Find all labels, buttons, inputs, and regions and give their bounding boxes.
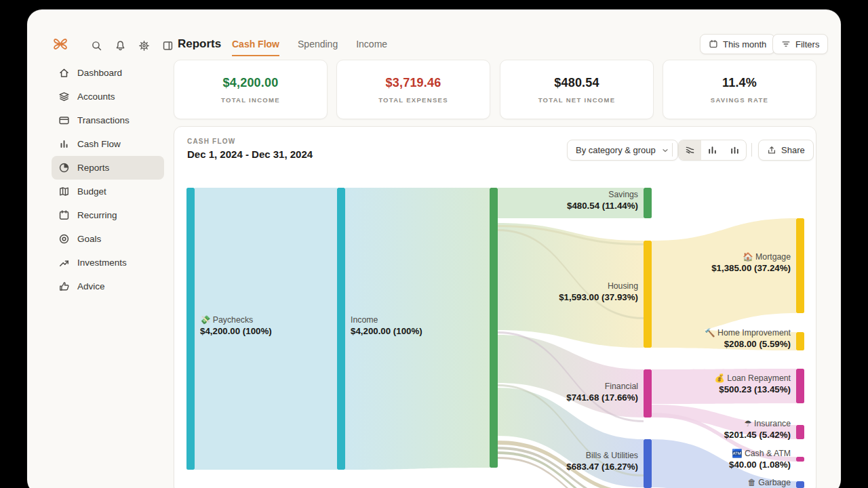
card-label: TOTAL EXPENSES <box>378 96 448 104</box>
sankey-flow-income_split-housing[interactable] <box>498 223 644 348</box>
chart-view-switcher <box>678 140 747 161</box>
sidebar-item-label: Investments <box>77 258 127 268</box>
sankey-node-garbage[interactable] <box>796 481 804 488</box>
search-button[interactable] <box>88 37 104 54</box>
filter-icon <box>781 39 791 49</box>
sidebar-item-cashflow[interactable]: Cash Flow <box>52 132 164 156</box>
sidebar-item-label: Recurring <box>77 210 117 220</box>
map-icon <box>58 186 70 197</box>
filters-label: Filters <box>795 39 819 49</box>
butterfly-logo-icon <box>52 35 69 53</box>
sidebar-item-label: Goals <box>77 234 101 244</box>
sankey-flow-housing-home_improvement[interactable] <box>652 329 796 350</box>
report-tabs: Cash Flow Spending Income <box>232 39 387 56</box>
trending-up-icon <box>58 257 70 268</box>
sidebar-item-dashboard[interactable]: Dashboard <box>52 61 164 85</box>
app-logo[interactable] <box>52 35 69 56</box>
app-screenshot: Dashboard Accounts Transactions Cash Flo… <box>0 0 868 488</box>
bar-chart-view-icon <box>707 145 717 155</box>
panel-date-range: Dec 1, 2024 - Dec 31, 2024 <box>187 148 313 160</box>
card-total-income: $4,200.00 TOTAL INCOME <box>174 60 328 119</box>
search-icon <box>91 40 102 52</box>
tab-income[interactable]: Income <box>356 39 387 55</box>
notifications-button[interactable] <box>112 37 128 54</box>
sidebar-toggle-button[interactable] <box>159 37 176 54</box>
sankey-node-loan_repayment[interactable] <box>796 369 804 403</box>
sidebar-item-goals[interactable]: Goals <box>52 227 164 251</box>
settings-button[interactable] <box>136 37 152 54</box>
sidebar-item-recurring[interactable]: Recurring <box>52 203 164 227</box>
divider <box>751 143 752 157</box>
view-sankey-button[interactable] <box>679 140 701 160</box>
sankey-flow-financial-loan_repayment[interactable] <box>652 369 796 404</box>
sankey-node-bills[interactable] <box>644 439 652 488</box>
sankey-node-paychecks[interactable] <box>186 188 195 470</box>
sidebar-item-label: Cash Flow <box>77 139 121 149</box>
card-savings-rate: 11.4% SAVINGS RATE <box>663 60 816 119</box>
bar-chart-icon <box>58 138 70 150</box>
home-icon <box>58 67 70 79</box>
thumbs-up-icon <box>58 281 70 292</box>
pie-chart-icon <box>58 162 70 174</box>
sankey-node-mortgage[interactable] <box>796 218 804 313</box>
group-by-select[interactable]: By category & group <box>567 140 678 161</box>
sidebar-item-advice[interactable]: Advice <box>52 274 164 298</box>
sidebar-item-accounts[interactable]: Accounts <box>52 85 164 108</box>
sidebar-item-transactions[interactable]: Transactions <box>52 108 164 132</box>
card-value: $480.54 <box>554 76 599 90</box>
sidebar-item-reports[interactable]: Reports <box>52 156 164 180</box>
filters-button[interactable]: Filters <box>772 34 828 54</box>
sidebar-item-label: Transactions <box>77 115 130 125</box>
sankey-node-cash_atm[interactable] <box>796 457 804 462</box>
sankey-node-income[interactable] <box>337 188 345 470</box>
date-range-button[interactable]: This month <box>700 34 775 54</box>
chevron-down-icon <box>661 146 669 155</box>
sidebar-item-label: Reports <box>77 163 109 173</box>
date-range-label: This month <box>723 39 766 49</box>
sidebar-item-label: Budget <box>77 186 106 197</box>
share-label: Share <box>781 145 805 155</box>
tab-spending[interactable]: Spending <box>298 39 338 55</box>
sankey-flow-income-income_split[interactable] <box>345 188 490 470</box>
card-value: $3,719.46 <box>386 76 441 90</box>
sankey-node-financial[interactable] <box>644 369 652 418</box>
sidebar-item-investments[interactable]: Investments <box>52 251 164 274</box>
card-total-expenses: $3,719.46 TOTAL EXPENSES <box>336 60 490 119</box>
layers-icon <box>58 91 70 102</box>
panel-icon <box>162 40 174 52</box>
view-bar-chart-button[interactable] <box>701 140 724 160</box>
card-total-net-income: $480.54 TOTAL NET INCOME <box>500 60 654 119</box>
sankey-flow-income_split-savings[interactable] <box>498 188 644 218</box>
sankey-node-income_split[interactable] <box>490 188 498 468</box>
sidebar-item-label: Accounts <box>77 92 115 102</box>
sidebar-item-label: Dashboard <box>77 68 122 78</box>
group-by-value: By category & group <box>576 145 656 155</box>
sankey-node-savings[interactable] <box>644 188 652 218</box>
card-value: $4,200.00 <box>223 76 279 90</box>
bell-icon <box>115 40 126 52</box>
sankey-node-housing[interactable] <box>644 241 652 348</box>
sankey-flow-paychecks-income[interactable] <box>195 188 337 470</box>
sankey-view-icon <box>685 145 695 155</box>
sidebar-nav: Dashboard Accounts Transactions Cash Flo… <box>52 61 164 298</box>
card-label: TOTAL INCOME <box>221 96 280 104</box>
share-button[interactable]: Share <box>758 140 814 161</box>
sidebar-quick-actions <box>88 37 176 54</box>
share-icon <box>767 146 776 155</box>
sidebar-item-label: Advice <box>77 281 105 291</box>
credit-card-icon <box>58 115 70 126</box>
page-title: Reports <box>178 37 221 51</box>
sidebar-item-budget[interactable]: Budget <box>52 180 164 203</box>
calendar-icon <box>709 39 718 49</box>
sankey-node-home_improvement[interactable] <box>796 332 804 350</box>
tab-cash-flow[interactable]: Cash Flow <box>232 39 279 56</box>
divider <box>672 143 673 157</box>
card-label: TOTAL NET INCOME <box>538 96 616 104</box>
card-value: 11.4% <box>722 76 757 90</box>
view-stacked-bar-button[interactable] <box>724 140 746 160</box>
card-label: SAVINGS RATE <box>711 96 768 104</box>
sankey-node-insurance[interactable] <box>796 425 804 439</box>
gear-icon <box>138 40 150 52</box>
calendar-icon <box>58 209 70 221</box>
panel-eyebrow: CASH FLOW <box>187 138 235 145</box>
